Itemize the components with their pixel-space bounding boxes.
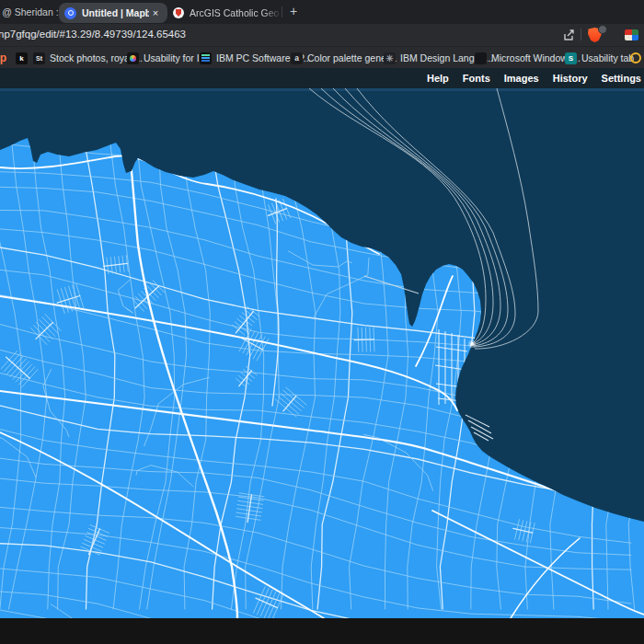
bookmarks-bar: p k St Stock photos, royalt... Usability… bbox=[0, 46, 644, 68]
menu-fonts[interactable]: Fonts bbox=[463, 73, 490, 84]
map-canvas[interactable] bbox=[0, 88, 644, 618]
tab-mapbox[interactable]: Untitled | Mapbox × bbox=[59, 3, 167, 23]
tab-arcgis[interactable]: ArcGIS Catholic Geo Hub - Brave Sea bbox=[173, 4, 282, 22]
bookmark-favicon-icon: p bbox=[0, 52, 9, 64]
mapbox-favicon-icon bbox=[64, 7, 76, 19]
desktop: s @ Sheridan :: Laser Fil Untitled | Map… bbox=[0, 0, 644, 644]
tab-bar: s @ Sheridan :: Laser Fil Untitled | Map… bbox=[0, 0, 644, 24]
bookmark-usability-ixd[interactable]: Usability for IxD bbox=[127, 51, 212, 65]
sharepoint-icon: S bbox=[565, 52, 577, 64]
windows-colors-icon bbox=[475, 52, 487, 64]
taskbar: Ps Id Ai T C N ∧ bbox=[0, 618, 644, 644]
arcgis-favicon-icon bbox=[173, 7, 184, 18]
ibm-stripes-icon bbox=[200, 52, 212, 64]
share-icon[interactable] bbox=[562, 29, 575, 41]
new-tab-button[interactable]: + bbox=[286, 5, 301, 19]
ring-icon bbox=[630, 52, 641, 63]
menu-help[interactable]: Help bbox=[427, 73, 449, 84]
address-bar: np7gfqg/edit/#13.29/8.49739/124.65463 bbox=[0, 24, 644, 46]
url-input[interactable]: np7gfqg/edit/#13.29/8.49739/124.65463 bbox=[0, 29, 186, 40]
flower-icon: ✳ bbox=[384, 52, 396, 64]
menu-images[interactable]: Images bbox=[504, 73, 539, 84]
extension-icon[interactable] bbox=[625, 29, 638, 40]
alpha-icon: a bbox=[291, 52, 303, 64]
tab-title: Untitled | Mapbox bbox=[82, 7, 149, 18]
shield-badge bbox=[598, 25, 607, 34]
burst-icon bbox=[127, 52, 139, 64]
close-tab-icon[interactable]: × bbox=[149, 6, 162, 19]
bookmark-partial[interactable]: p bbox=[0, 51, 9, 65]
tab-sheridan[interactable]: s @ Sheridan :: Laser Fil bbox=[0, 6, 63, 17]
bookmark-label: Usability tab bbox=[581, 52, 634, 63]
bookmark-usability-tab[interactable]: S Usability tab bbox=[565, 51, 634, 65]
bookmark-ring-partial[interactable] bbox=[630, 51, 641, 65]
tab-title: ArcGIS Catholic Geo Hub - Brave Sea bbox=[190, 7, 282, 18]
bookmark-kickstarter[interactable]: k bbox=[16, 51, 28, 65]
tab-separator bbox=[282, 6, 282, 17]
menu-history[interactable]: History bbox=[553, 73, 588, 84]
toolbar-separator bbox=[581, 29, 581, 40]
kickstarter-icon: k bbox=[16, 52, 28, 64]
menu-settings[interactable]: Settings bbox=[602, 73, 641, 84]
studio-header: Help Fonts Images History Settings bbox=[0, 68, 644, 88]
stock-icon: St bbox=[33, 52, 45, 64]
bookmark-color-palette[interactable]: a Color palette gener... bbox=[291, 51, 397, 65]
